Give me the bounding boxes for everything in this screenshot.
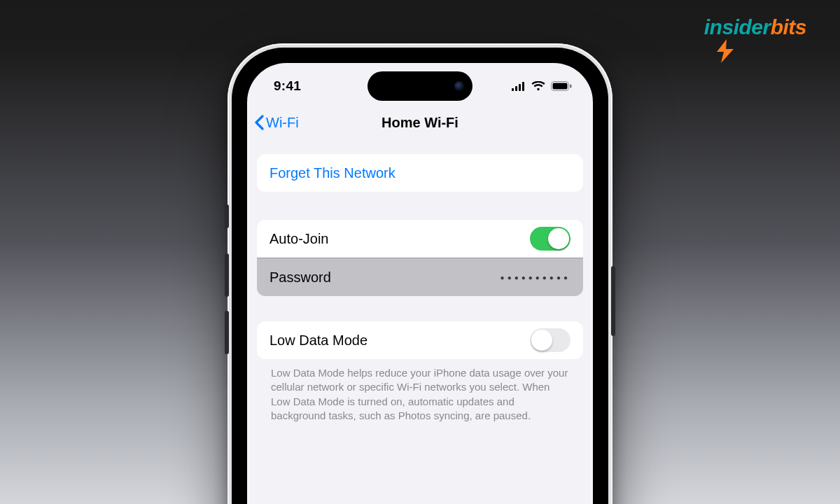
svg-rect-6: [553, 83, 568, 90]
battery-icon: [551, 81, 572, 91]
forget-network-row[interactable]: Forget This Network: [257, 154, 583, 192]
auto-join-row[interactable]: Auto-Join: [257, 220, 583, 258]
dynamic-island: [368, 71, 472, 101]
svg-rect-2: [515, 86, 517, 91]
brand-text-part1: insider: [704, 15, 771, 38]
low-data-mode-toggle[interactable]: [530, 328, 570, 352]
volume-down-button[interactable]: [225, 311, 229, 354]
phone-bezel: 9:41: [232, 48, 608, 504]
low-data-mode-description: Low Data Mode helps reduce your iPhone d…: [257, 359, 583, 423]
svg-rect-4: [522, 82, 524, 91]
settings-content: Forget This Network Auto-Join Password ●…: [247, 139, 593, 423]
low-data-mode-label: Low Data Mode: [270, 332, 368, 349]
forget-network-group: Forget This Network: [257, 154, 583, 192]
low-data-mode-group: Low Data Mode: [257, 321, 583, 359]
svg-rect-7: [570, 85, 572, 88]
password-row[interactable]: Password ●●●●●●●●●●: [257, 258, 583, 296]
power-button[interactable]: [611, 266, 615, 336]
cellular-signal-icon: [512, 82, 526, 91]
lightning-bolt-icon: [715, 39, 735, 63]
back-label: Wi-Fi: [266, 115, 299, 131]
mute-switch[interactable]: [225, 204, 229, 228]
wifi-icon: [531, 81, 545, 91]
auto-join-label: Auto-Join: [270, 231, 329, 247]
password-label: Password: [270, 270, 331, 286]
status-time: 9:41: [274, 76, 301, 94]
svg-rect-3: [519, 84, 521, 91]
auto-join-toggle[interactable]: [530, 227, 570, 251]
low-data-mode-row[interactable]: Low Data Mode: [257, 321, 583, 359]
phone-frame: 9:41: [227, 43, 612, 504]
status-icons: [512, 78, 572, 91]
forget-network-label: Forget This Network: [270, 165, 396, 181]
chevron-left-icon: [254, 115, 265, 130]
network-settings-group: Auto-Join Password ●●●●●●●●●●: [257, 220, 583, 296]
svg-marker-0: [717, 39, 734, 63]
svg-rect-1: [512, 88, 514, 91]
phone-screen: 9:41: [247, 63, 593, 504]
brand-logo: insiderbits: [704, 17, 806, 38]
navigation-bar: Wi-Fi Home Wi-Fi: [247, 106, 593, 139]
brand-text-part2: bits: [771, 15, 806, 38]
page-stage: insiderbits 9:41: [0, 0, 840, 504]
password-value-masked: ●●●●●●●●●●: [500, 274, 570, 281]
back-button[interactable]: Wi-Fi: [254, 106, 299, 139]
page-title: Home Wi-Fi: [382, 115, 458, 131]
volume-up-button[interactable]: [225, 253, 229, 297]
